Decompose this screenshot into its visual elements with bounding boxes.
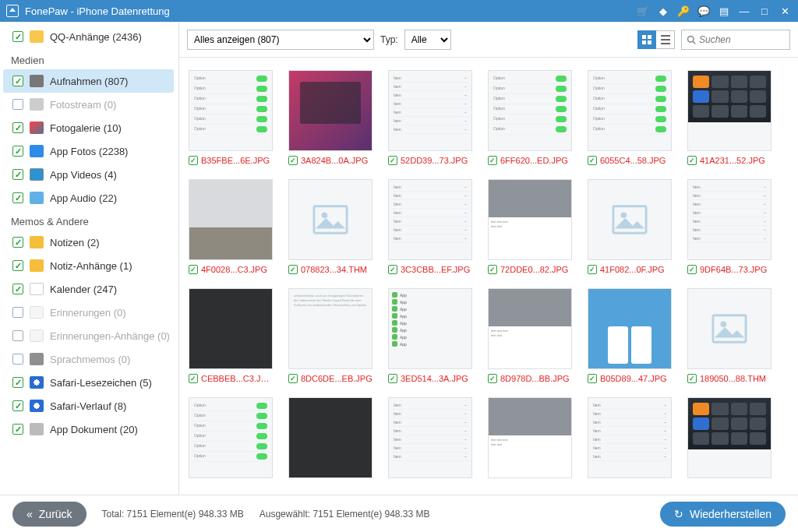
checkbox-icon[interactable] [288,265,298,274]
thumbnail[interactable] [189,179,273,260]
sidebar-item[interactable]: Safari-Lesezeichen (5) [3,371,178,394]
sidebar-item[interactable]: Notizen (2) [3,231,178,254]
checkbox-icon[interactable] [12,76,23,86]
checkbox-icon[interactable] [687,265,697,274]
thumbnail[interactable]: AppAppAppAppAppAppAppApp [388,288,472,369]
thumbnail-cell[interactable]: Item--Item--Item--Item--Item--Item--Item… [588,397,672,478]
thumbnail-cell[interactable]: AppAppAppAppAppAppAppApp 3ED514...3A.JPG [388,288,472,383]
thumbnail-cell[interactable]: 41F082...0F.JPG [588,179,672,274]
close-icon[interactable]: ✕ [778,5,792,17]
sidebar-item[interactable]: App Fotos (2238) [3,139,178,163]
thumbnail[interactable] [288,70,373,151]
checkbox-icon[interactable] [12,192,23,203]
sidebar-item[interactable]: Notiz-Anhänge (1) [3,254,178,277]
thumbnail-cell[interactable]: unberechenbar und von einzigartigen Char… [288,288,373,383]
thumbnail-cell[interactable] [687,397,772,478]
checkbox-icon[interactable] [12,284,23,294]
thumbnail-cell[interactable]: B05D89...47.JPG [588,288,672,383]
diamond-icon[interactable]: ◆ [656,5,670,17]
thumbnail-cell[interactable]: 3A824B...0A.JPG [288,70,373,165]
thumbnail[interactable] [588,179,672,260]
thumbnail[interactable] [687,397,772,478]
thumbnail[interactable]: Item--Item--Item--Item--Item--Item--Item… [388,70,472,151]
thumbnail[interactable] [288,397,373,478]
checkbox-icon[interactable] [12,354,23,365]
sidebar-item[interactable]: Safari-Verlauf (8) [3,394,178,417]
thumbnail[interactable] [687,70,772,151]
feedback-icon[interactable]: 💬 [697,5,711,17]
checkbox-icon[interactable] [12,237,23,248]
home-icon[interactable] [6,5,19,17]
sidebar-item[interactable]: Sprachmemos (0) [3,347,178,371]
thumbnail-cell[interactable]: 078823...34.THM [288,179,373,274]
sidebar-item[interactable]: Erinnerungen (0) [3,301,178,324]
grid-view-icon[interactable] [637,30,656,49]
checkbox-icon[interactable] [12,307,23,318]
checkbox-icon[interactable] [488,374,497,383]
sidebar-item[interactable]: App Videos (4) [3,163,178,186]
checkbox-icon[interactable] [488,156,497,165]
thumbnail-cell[interactable]: CEBBEB...C3.JPG [189,288,273,383]
thumbnail-cell[interactable]: 189050...88.THM [687,288,772,383]
thumbnail-cell[interactable]: OptionOptionOptionOptionOptionOption B35… [189,70,273,165]
thumbnail[interactable]: Item--Item--Item--Item--Item--Item--Item… [687,179,772,260]
checkbox-icon[interactable] [12,99,23,110]
thumbnail[interactable]: Item--Item--Item--Item--Item--Item--Item… [388,397,472,478]
checkbox-icon[interactable] [12,377,23,388]
menu-icon[interactable]: ▤ [717,5,731,17]
checkbox-icon[interactable] [288,156,298,165]
sidebar-item[interactable]: Erinnerungen-Anhänge (0) [3,324,178,347]
thumbnail[interactable]: OptionOptionOptionOptionOptionOption [189,70,273,151]
thumbnail[interactable]: unberechenbar und von einzigartigen Char… [288,288,373,369]
thumbnail[interactable]: text text texttext text [488,288,572,369]
checkbox-icon[interactable] [388,374,397,383]
thumbnail-cell[interactable]: text text texttext text 72DDE0...82.JPG [488,179,572,274]
thumbnail[interactable]: OptionOptionOptionOptionOptionOption [588,70,672,151]
sidebar-item[interactable]: App Audio (22) [3,186,178,210]
thumbnail-cell[interactable]: Item--Item--Item--Item--Item--Item--Item… [388,70,472,165]
checkbox-icon[interactable] [488,265,497,274]
thumbnail[interactable] [588,288,672,369]
search-input[interactable] [699,34,785,45]
checkbox-icon[interactable] [588,156,597,165]
thumbnail[interactable]: text text texttext text [488,179,572,260]
checkbox-icon[interactable] [12,330,23,341]
checkbox-icon[interactable] [288,374,298,383]
maximize-icon[interactable]: □ [757,5,772,17]
thumbnail[interactable]: OptionOptionOptionOptionOptionOption [189,397,273,478]
thumbnail-cell[interactable]: Item--Item--Item--Item--Item--Item--Item… [388,397,472,478]
checkbox-icon[interactable] [388,265,397,274]
search-box[interactable] [681,30,790,50]
thumbnail-cell[interactable]: OptionOptionOptionOptionOptionOption [189,397,273,478]
thumbnail-cell[interactable]: Item--Item--Item--Item--Item--Item--Item… [687,179,772,274]
checkbox-icon[interactable] [687,374,697,383]
thumbnail[interactable] [288,179,373,260]
thumbnail-cell[interactable]: OptionOptionOptionOptionOptionOption 6FF… [488,70,572,165]
checkbox-icon[interactable] [687,156,697,165]
sidebar-item[interactable]: Aufnahmen (807) [3,69,174,93]
thumbnail[interactable]: OptionOptionOptionOptionOptionOption [488,70,572,151]
checkbox-icon[interactable] [12,31,23,42]
thumbnail-cell[interactable]: text text texttext text [488,397,572,478]
list-view-icon[interactable] [656,30,675,49]
checkbox-icon[interactable] [12,400,23,411]
sidebar-item-qq-attachments[interactable]: QQ-Anhänge (2436) [3,25,178,48]
thumbnail[interactable]: text text texttext text [488,397,572,478]
checkbox-icon[interactable] [588,265,597,274]
checkbox-icon[interactable] [12,122,23,133]
checkbox-icon[interactable] [12,169,23,180]
type-select[interactable]: Alle [404,30,451,50]
thumbnail-cell[interactable]: OptionOptionOptionOptionOptionOption 605… [588,70,672,165]
thumbnail-cell[interactable]: 4F0028...C3.JPG [189,179,273,274]
checkbox-icon[interactable] [388,156,397,165]
checkbox-icon[interactable] [12,260,23,271]
checkbox-icon[interactable] [12,146,23,157]
checkbox-icon[interactable] [189,374,198,383]
sidebar-item[interactable]: Fotostream (0) [3,93,178,116]
thumbnail[interactable] [687,288,772,369]
thumbnail[interactable]: Item--Item--Item--Item--Item--Item--Item… [588,397,672,478]
filter-select[interactable]: Alles anzeigen (807) [187,30,374,50]
sidebar-item[interactable]: Kalender (247) [3,277,178,301]
sidebar-item[interactable]: App Dokument (20) [3,417,178,441]
checkbox-icon[interactable] [12,424,23,435]
